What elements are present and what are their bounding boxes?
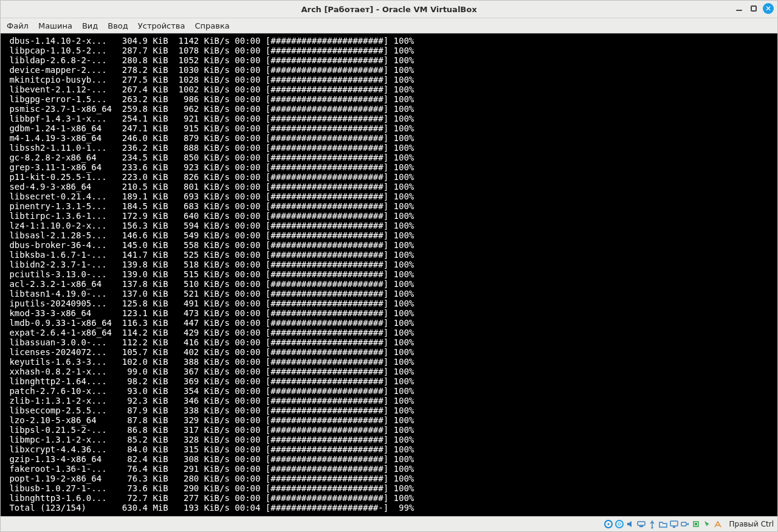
svg-rect-11: [695, 523, 697, 525]
menu-help[interactable]: Справка: [194, 21, 229, 30]
close-button[interactable]: ✕: [763, 3, 774, 14]
maximize-button[interactable]: [748, 3, 759, 14]
network-icon[interactable]: [636, 519, 646, 529]
svg-point-3: [618, 523, 621, 525]
svg-point-1: [608, 523, 610, 525]
audio-icon[interactable]: [625, 519, 635, 529]
minimize-button[interactable]: [734, 3, 745, 14]
svg-point-6: [652, 527, 653, 529]
virtualbox-window: Arch [Работает] - Oracle VM VirtualBox ✕…: [0, 0, 778, 532]
window-title: Arch [Работает] - Oracle VM VirtualBox: [301, 5, 477, 14]
hard-disk-icon[interactable]: [604, 519, 613, 529]
optical-disk-icon[interactable]: [614, 519, 624, 529]
menu-file[interactable]: Файл: [7, 21, 29, 30]
menubar: Файл Машина Вид Ввод Устройства Справка: [1, 18, 777, 33]
recording-icon[interactable]: [680, 519, 690, 529]
menu-machine[interactable]: Машина: [38, 21, 72, 30]
keyboard-icon[interactable]: [713, 519, 723, 529]
status-icons: [604, 519, 723, 529]
usb-icon[interactable]: [647, 519, 657, 529]
svg-rect-7: [670, 521, 678, 526]
mouse-integration-icon[interactable]: [702, 519, 712, 529]
display-icon[interactable]: [669, 519, 679, 529]
menu-devices[interactable]: Устройства: [138, 21, 185, 30]
host-key-indicator: Правый Ctrl: [729, 520, 774, 528]
menu-view[interactable]: Вид: [82, 21, 98, 30]
shared-folders-icon[interactable]: [658, 519, 668, 529]
svg-rect-9: [681, 522, 686, 526]
cpu-icon[interactable]: [691, 519, 701, 529]
svg-rect-5: [639, 526, 643, 527]
svg-rect-4: [638, 522, 645, 525]
window-controls: ✕: [734, 3, 774, 14]
menu-input[interactable]: Ввод: [108, 21, 128, 30]
svg-rect-8: [673, 527, 675, 528]
statusbar: Правый Ctrl: [1, 516, 777, 531]
terminal-output: dbus-1.14.10-2-x... 304.9 KiB 1142 KiB/s…: [1, 33, 777, 516]
titlebar: Arch [Работает] - Oracle VM VirtualBox ✕: [1, 1, 777, 18]
